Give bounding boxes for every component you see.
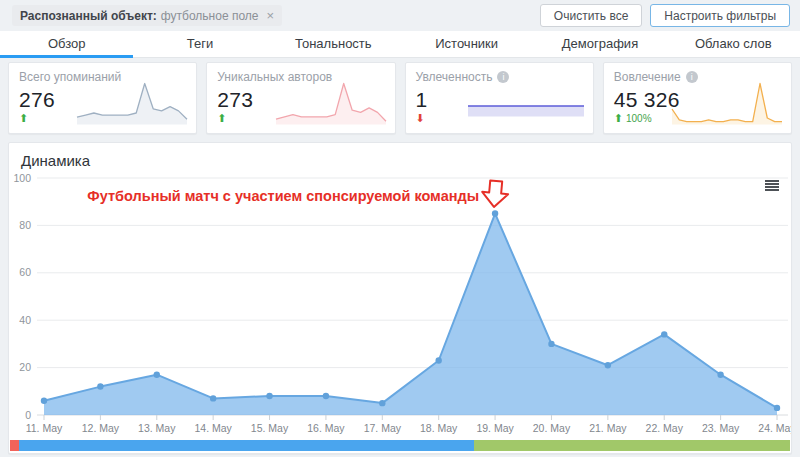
svg-text:18. May: 18. May	[420, 422, 458, 434]
tab-wordcloud[interactable]: Облако слов	[667, 31, 800, 57]
stat-card-unique-authors: Уникальных авторов273⬆	[206, 62, 395, 134]
sparkline-chart	[76, 79, 188, 125]
filter-tag-key: Распознанный объект:	[20, 9, 157, 23]
range-segment-neutral	[19, 440, 474, 451]
annotation-arrow-down-icon	[481, 180, 509, 208]
tab-sources[interactable]: Источники	[400, 31, 533, 57]
tab-tags[interactable]: Теги	[133, 31, 266, 57]
svg-text:11. May: 11. May	[26, 422, 63, 434]
tab-bar: ОбзорТегиТональностьИсточникиДемографияО…	[0, 31, 800, 58]
svg-text:22. May: 22. May	[646, 422, 684, 434]
range-segment-negative	[10, 440, 19, 451]
stat-card-passion: Увлеченностьi1⬇	[405, 62, 594, 134]
svg-text:24. May: 24. May	[758, 422, 791, 434]
sentiment-range-bar	[10, 440, 790, 451]
dynamics-panel: Динамика 02040608010011. May12. May13. M…	[8, 142, 792, 454]
svg-text:0: 0	[25, 409, 31, 421]
trend-percent: 100%	[626, 112, 652, 125]
svg-text:23. May: 23. May	[702, 422, 740, 434]
svg-text:20. May: 20. May	[533, 422, 571, 434]
tab-demography[interactable]: Демография	[533, 31, 666, 57]
clear-all-button[interactable]: Очистить все	[540, 4, 642, 27]
info-icon[interactable]: i	[497, 71, 509, 83]
range-segment-positive	[474, 440, 790, 451]
dynamics-chart: 02040608010011. May12. May13. May14. May…	[9, 143, 791, 439]
svg-text:80: 80	[19, 219, 31, 231]
svg-text:40: 40	[19, 314, 31, 326]
stat-label: Увлеченностьi	[416, 70, 583, 84]
svg-text:14. May: 14. May	[194, 422, 232, 434]
stat-card-total-mentions: Всего упоминаний276⬆	[8, 62, 197, 134]
sparkline-chart	[467, 103, 585, 117]
svg-text:16. May: 16. May	[307, 422, 345, 434]
filter-tag: Распознанный объект: футбольное поле ×	[12, 5, 282, 26]
configure-filters-button[interactable]: Настроить фильтры	[650, 4, 790, 27]
svg-text:60: 60	[19, 266, 31, 278]
svg-text:20: 20	[19, 361, 31, 373]
svg-text:21. May: 21. May	[589, 422, 627, 434]
svg-text:17. May: 17. May	[364, 422, 402, 434]
stat-card-engagement: Вовлечениеi45 326⬆100%	[603, 62, 792, 134]
sparkline-chart	[275, 79, 387, 125]
tab-sentiment[interactable]: Тональность	[267, 31, 400, 57]
svg-text:100: 100	[13, 172, 31, 184]
filter-bar: Распознанный объект: футбольное поле × О…	[0, 0, 800, 31]
sparkline-chart	[671, 79, 783, 125]
svg-text:12. May: 12. May	[82, 422, 120, 434]
svg-text:19. May: 19. May	[476, 422, 514, 434]
close-icon[interactable]: ×	[267, 8, 275, 23]
filter-tag-value: футбольное поле	[161, 9, 259, 23]
tab-overview[interactable]: Обзор	[0, 31, 133, 57]
svg-text:15. May: 15. May	[251, 422, 289, 434]
svg-text:13. May: 13. May	[138, 422, 176, 434]
chart-annotation-text: Футбольный матч с участием спонсируемой …	[87, 188, 479, 204]
stat-cards: Всего упоминаний276⬆Уникальных авторов27…	[8, 62, 792, 134]
